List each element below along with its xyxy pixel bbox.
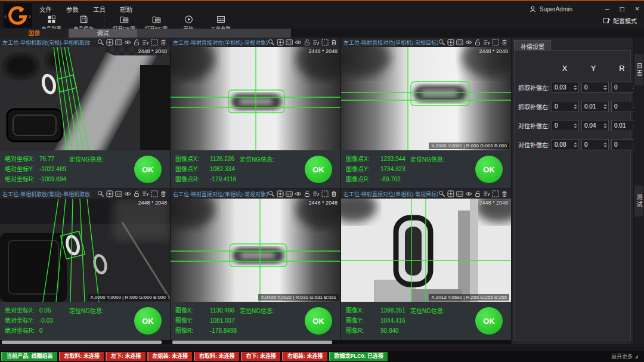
spinner-arrows[interactable] xyxy=(602,121,608,130)
list-icon[interactable] xyxy=(483,39,491,46)
zoom-icon[interactable] xyxy=(268,190,275,197)
camera-image-area[interactable]: 2448 * 2048 X,0000 Y,0000 | R:000 G:000 … xyxy=(0,199,170,302)
menu-tools[interactable]: 工具 xyxy=(93,5,106,14)
zoom-icon[interactable] xyxy=(268,39,275,46)
ok-status-button[interactable]: OK xyxy=(305,156,332,183)
unlock-icon[interactable] xyxy=(133,190,141,197)
delete-icon[interactable] xyxy=(501,39,509,46)
align-left-y-input[interactable] xyxy=(582,120,603,131)
align-left-y-stepper[interactable] xyxy=(581,120,609,131)
delete-icon[interactable] xyxy=(330,39,338,46)
list-icon[interactable] xyxy=(142,39,150,46)
unlock-icon[interactable] xyxy=(474,39,482,46)
unlock-icon[interactable] xyxy=(133,39,141,46)
roi-icon[interactable] xyxy=(151,39,159,46)
zoom-icon[interactable] xyxy=(97,39,105,46)
spinner-arrows[interactable] xyxy=(602,83,608,92)
minimize-button[interactable]: – xyxy=(605,5,609,13)
grab-left-r-input[interactable] xyxy=(612,82,633,92)
grab-left-y-stepper[interactable] xyxy=(581,82,609,93)
align-right-y-input[interactable] xyxy=(582,140,603,150)
locate-icon[interactable] xyxy=(447,39,455,46)
align-right-r-input[interactable] xyxy=(612,140,633,150)
grab-right-x-input[interactable] xyxy=(552,101,574,112)
zoom-icon[interactable] xyxy=(438,190,446,197)
align-left-x-stepper[interactable] xyxy=(552,120,579,131)
camera-image-area[interactable]: 2448 * 2048 X,0000 Y,0000 | R:000 G:000 … xyxy=(341,47,511,150)
menu-file[interactable]: 文件 xyxy=(39,5,52,14)
list-icon[interactable] xyxy=(312,39,320,46)
spinner-arrows[interactable] xyxy=(602,102,608,111)
grab-left-x-input[interactable] xyxy=(552,82,574,92)
roi-icon[interactable] xyxy=(492,39,500,46)
locate-icon[interactable] xyxy=(277,190,284,197)
one-to-one-icon[interactable] xyxy=(456,39,464,46)
eye-icon[interactable] xyxy=(295,39,302,46)
eye-icon[interactable] xyxy=(465,190,473,197)
roi-icon[interactable] xyxy=(492,190,500,197)
menu-help[interactable]: 帮助 xyxy=(120,5,132,14)
list-icon[interactable] xyxy=(142,190,150,197)
one-to-one-icon[interactable] xyxy=(456,190,464,197)
ok-status-button[interactable]: OK xyxy=(475,156,503,183)
spinner-arrows[interactable] xyxy=(572,102,578,111)
spinner-arrows[interactable] xyxy=(572,121,578,130)
user-account[interactable]: SuperAdmin xyxy=(529,2,572,16)
grab-left-x-stepper[interactable] xyxy=(552,82,579,93)
ok-status-button[interactable]: OK xyxy=(134,307,162,335)
ok-status-button[interactable]: OK xyxy=(134,156,162,183)
grab-right-y-input[interactable] xyxy=(582,101,603,112)
align-left-r-input[interactable] xyxy=(612,120,633,131)
grab-right-x-stepper[interactable] xyxy=(552,101,579,112)
unlock-icon[interactable] xyxy=(304,190,311,197)
camera-image-area[interactable]: 2448 * 2048 X,0495 Y,0022 | R:031 G:031 … xyxy=(171,199,340,302)
delete-icon[interactable] xyxy=(160,39,168,46)
delete-icon[interactable] xyxy=(330,190,338,197)
roi-icon[interactable] xyxy=(321,190,329,197)
unlock-icon[interactable] xyxy=(474,190,482,197)
tab-debug[interactable]: 调试 xyxy=(69,29,137,38)
grab-left-y-input[interactable] xyxy=(582,82,603,92)
menu-params[interactable]: 参数 xyxy=(66,5,79,14)
side-tab-test[interactable]: 测试 xyxy=(634,185,643,216)
ok-status-button[interactable]: OK xyxy=(475,307,503,335)
locate-icon[interactable] xyxy=(106,190,114,197)
locate-icon[interactable] xyxy=(277,39,284,46)
eye-icon[interactable] xyxy=(295,190,302,197)
delete-icon[interactable] xyxy=(160,190,168,197)
delete-icon[interactable] xyxy=(501,190,509,197)
ok-status-button[interactable]: OK xyxy=(305,307,332,335)
eye-icon[interactable] xyxy=(124,39,132,46)
side-tab-log[interactable]: 日志 xyxy=(634,54,643,85)
camera-image-area[interactable]: 2448 * 2048 xyxy=(171,47,340,150)
expand-more-button[interactable]: 展开更多 xyxy=(611,352,638,360)
list-icon[interactable] xyxy=(312,190,320,197)
list-icon[interactable] xyxy=(483,190,491,197)
maximize-button[interactable]: □ xyxy=(620,5,624,13)
align-right-x-stepper[interactable] xyxy=(552,139,579,150)
grab-right-y-stepper[interactable] xyxy=(581,101,609,112)
locate-icon[interactable] xyxy=(106,39,114,46)
config-mode-button[interactable]: 配置模式 xyxy=(603,16,637,25)
align-left-x-input[interactable] xyxy=(552,120,574,131)
one-to-one-icon[interactable] xyxy=(115,190,123,197)
eye-icon[interactable] xyxy=(465,39,473,46)
roi-icon[interactable] xyxy=(321,39,329,46)
eye-icon[interactable] xyxy=(124,190,132,197)
spinner-arrows[interactable] xyxy=(572,83,578,92)
align-right-x-input[interactable] xyxy=(552,140,574,150)
unlock-icon[interactable] xyxy=(304,39,311,46)
camera-image-area[interactable]: 2448 * 2048 X,2013 Y,0692 | R:255 G:255 … xyxy=(341,199,511,302)
one-to-one-icon[interactable] xyxy=(286,190,293,197)
grab-right-r-input[interactable] xyxy=(612,101,633,112)
zoom-icon[interactable] xyxy=(438,39,446,46)
zoom-icon[interactable] xyxy=(97,190,105,197)
tab-image[interactable]: 图像 xyxy=(0,29,69,38)
one-to-one-icon[interactable] xyxy=(286,39,293,46)
close-button[interactable]: × xyxy=(635,5,639,13)
camera-image-area[interactable]: 2448 * 2048 xyxy=(0,47,170,150)
roi-icon[interactable] xyxy=(151,190,159,197)
spinner-arrows[interactable] xyxy=(602,140,608,149)
spinner-arrows[interactable] xyxy=(572,140,578,149)
align-right-y-stepper[interactable] xyxy=(581,139,609,150)
